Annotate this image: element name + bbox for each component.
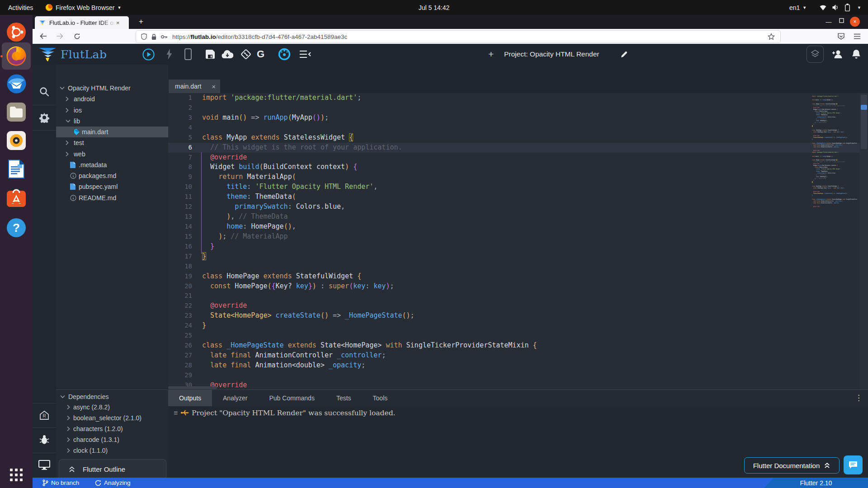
url-bar[interactable]: https://flutlab.io/editor/b3318cfb-d7d4-… xyxy=(136,30,781,43)
code-line-7[interactable]: 7 @override xyxy=(168,153,868,163)
lock-icon[interactable] xyxy=(151,33,157,40)
editor-scrollbar[interactable] xyxy=(860,93,868,389)
bottom-tab-analyzer[interactable]: Analyzer xyxy=(212,390,258,406)
browser-tab[interactable]: FlutLab.io - Flutter IDE on × xyxy=(35,16,129,29)
code-line-8[interactable]: 8 Widget build(BuildContext context) { xyxy=(168,162,868,172)
add-project-button[interactable]: + xyxy=(488,44,494,65)
code-line-5[interactable]: 5class MyApp extends StatelessWidget { xyxy=(168,133,868,143)
clock[interactable]: Jul 5 14:42 xyxy=(419,0,450,15)
shield-icon[interactable] xyxy=(141,33,147,40)
code-line-29[interactable]: 29 xyxy=(168,371,868,380)
tree-item-opacity-html-render[interactable]: Opacity HTML Render xyxy=(56,83,168,94)
search-icon[interactable] xyxy=(33,83,56,101)
files-icon[interactable] xyxy=(6,102,27,122)
code-line-18[interactable]: 18 xyxy=(168,262,868,272)
ubuntu-logo-icon[interactable] xyxy=(6,22,27,42)
libreoffice-writer-icon[interactable] xyxy=(6,159,27,179)
collapse-panel-icon[interactable] xyxy=(299,44,311,65)
tree-item-pubspec-yaml[interactable]: pubspec.yaml xyxy=(56,181,168,192)
brand-wordmark[interactable]: FlutLab xyxy=(61,44,107,65)
thunderbird-icon[interactable] xyxy=(6,73,27,94)
firefox-icon[interactable] xyxy=(6,46,27,66)
new-tab-button[interactable]: + xyxy=(139,17,143,26)
code-line-19[interactable]: 19class HomePage extends StatefulWidget … xyxy=(168,272,868,282)
system-menu-caret[interactable]: ▼ xyxy=(857,0,861,15)
edit-project-icon[interactable] xyxy=(620,44,628,65)
cloud-download-icon[interactable] xyxy=(222,44,233,65)
git-branch-status[interactable]: No branch xyxy=(42,478,79,488)
dependency-async[interactable]: async (2.8.2) xyxy=(56,402,168,412)
code-line-10[interactable]: 10 title: 'Flutter Opacity HTML Render', xyxy=(168,182,868,192)
volume-icon[interactable] xyxy=(832,0,840,15)
notifications-bell-icon[interactable] xyxy=(852,44,861,65)
invite-user-icon[interactable] xyxy=(832,44,844,65)
tree-item-android[interactable]: android xyxy=(56,94,168,104)
dependency-clock[interactable]: clock (1.1.0) xyxy=(56,446,168,455)
ubuntu-software-icon[interactable] xyxy=(6,188,27,209)
app-menu[interactable]: Firefox Web Browser ▼ xyxy=(45,0,121,15)
code-line-16[interactable]: 16 } xyxy=(168,242,868,252)
layers-button[interactable] xyxy=(807,44,824,65)
code-line-21[interactable]: 21 xyxy=(168,291,868,301)
settings-gear-icon[interactable] xyxy=(33,108,56,127)
run-button[interactable] xyxy=(142,44,155,65)
bottom-tab-outputs[interactable]: Outputs xyxy=(168,390,212,406)
back-icon[interactable] xyxy=(38,31,49,42)
code-line-11[interactable]: 11 theme: ThemeData( xyxy=(168,192,868,202)
analyzer-status[interactable]: Analyzing xyxy=(95,478,131,488)
bottom-tab-tests[interactable]: Tests xyxy=(326,390,362,406)
code-line-23[interactable]: 23 State<HomePage> createState() => _Hom… xyxy=(168,311,868,321)
editor-tab-main-dart[interactable]: main.dart × xyxy=(169,80,220,93)
window-restore-button[interactable] xyxy=(839,18,847,23)
code-line-22[interactable]: 22 @override xyxy=(168,301,868,311)
google-icon[interactable]: G xyxy=(257,44,264,65)
tree-item-web[interactable]: web xyxy=(56,149,168,160)
wifi-icon[interactable] xyxy=(819,0,827,15)
flutlab-logo-icon[interactable] xyxy=(38,44,57,65)
tree-item-test[interactable]: test xyxy=(56,137,168,148)
flutter-documentation-button[interactable]: Flutter Documentation xyxy=(744,457,840,474)
minimap[interactable]: 1import 'package:flutter/material.dart';… xyxy=(809,95,857,253)
tab-close-icon[interactable]: × xyxy=(212,83,216,90)
app-grid-icon[interactable] xyxy=(6,465,27,485)
window-minimize-button[interactable]: — xyxy=(825,19,833,25)
bottom-tab-tools[interactable]: Tools xyxy=(362,390,399,406)
forward-icon[interactable] xyxy=(54,31,65,42)
window-close-button[interactable]: × xyxy=(850,17,860,27)
dependency-boolean_selector[interactable]: boolean_selector (2.1.0) xyxy=(56,413,168,423)
code-editor[interactable]: 1import 'package:flutter/material.dart';… xyxy=(168,93,868,389)
code-line-15[interactable]: 15 ); // MaterialApp xyxy=(168,232,868,242)
code-line-27[interactable]: 27 late final AnimationController _contr… xyxy=(168,351,868,361)
hot-reload-icon[interactable] xyxy=(166,44,173,65)
dependencies-header[interactable]: Dependencies xyxy=(56,392,168,402)
code-line-1[interactable]: 1import 'package:flutter/material.dart'; xyxy=(168,93,868,103)
code-line-26[interactable]: 26class _HomePageState extends State<Hom… xyxy=(168,341,868,351)
code-line-14[interactable]: 14 home: HomePage(), xyxy=(168,222,868,232)
tree-item-ios[interactable]: ios xyxy=(56,105,168,116)
editor-hscrollbar[interactable] xyxy=(168,386,217,389)
reload-icon[interactable] xyxy=(71,31,82,42)
resources-home-icon[interactable]: R xyxy=(33,406,56,424)
code-line-30[interactable]: 30 @override xyxy=(168,380,868,389)
code-line-24[interactable]: 24} xyxy=(168,321,868,331)
key-permission-icon[interactable] xyxy=(160,34,168,40)
tree-item-main-dart[interactable]: main.dart xyxy=(56,127,168,137)
tree-item--metadata[interactable]: .metadata xyxy=(56,160,168,170)
rhythmbox-icon[interactable] xyxy=(6,130,27,151)
bottom-tab-pub-commands[interactable]: Pub Commands xyxy=(259,390,326,406)
battery-icon[interactable] xyxy=(845,0,850,15)
help-icon[interactable]: ? xyxy=(6,217,27,238)
code-line-12[interactable]: 12 primarySwatch: Colors.blue, xyxy=(168,202,868,212)
bookmark-star-icon[interactable] xyxy=(768,33,775,40)
code-line-4[interactable]: 4 xyxy=(168,123,868,133)
code-line-25[interactable]: 25 xyxy=(168,331,868,341)
activities-button[interactable]: Activities xyxy=(8,0,33,15)
tree-item-readme-md[interactable]: README.md xyxy=(56,192,168,203)
menu-hamburger-icon[interactable] xyxy=(852,31,863,42)
code-line-28[interactable]: 28 late final Animation<double> _opacity… xyxy=(168,361,868,371)
shield-chevron-icon[interactable] xyxy=(835,31,846,42)
preview-monitor-icon[interactable] xyxy=(33,456,56,474)
code-line-17[interactable]: 17} xyxy=(168,252,868,262)
code-line-6[interactable]: 6 // This widget is the root of your app… xyxy=(168,143,868,153)
code-line-3[interactable]: 3void main() => runApp(MyApp()); xyxy=(168,113,868,123)
